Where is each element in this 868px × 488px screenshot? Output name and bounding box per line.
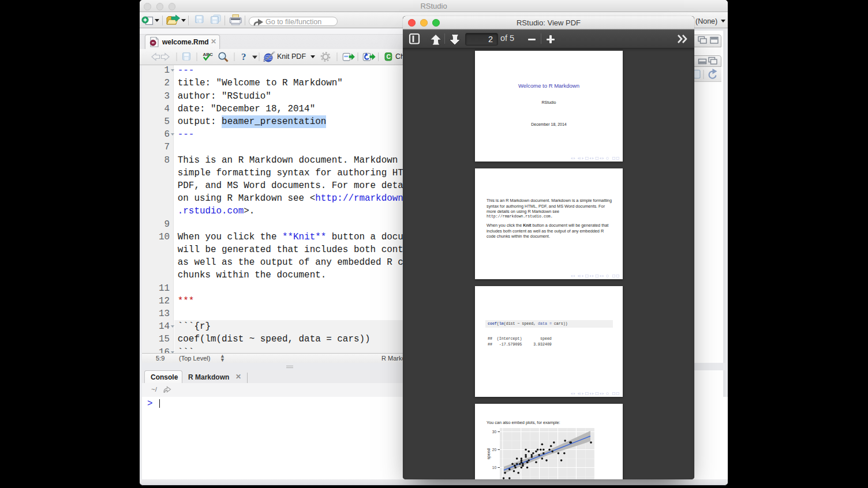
svg-text:30: 30: [492, 430, 497, 434]
svg-text:20: 20: [492, 448, 497, 452]
svg-text:?: ?: [241, 51, 246, 62]
svg-text:C: C: [387, 53, 391, 60]
svg-text:10: 10: [492, 466, 497, 470]
svg-text:s: s: [263, 58, 265, 62]
svg-text:speed: speed: [487, 448, 491, 459]
